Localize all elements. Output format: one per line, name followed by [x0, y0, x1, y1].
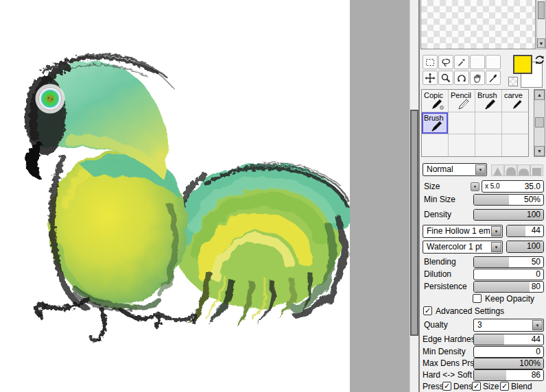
density-label: Density	[424, 209, 451, 221]
min-size-slider[interactable]: 50%	[473, 194, 544, 206]
default-colors-icon[interactable]	[508, 77, 518, 86]
density-slider[interactable]: 100	[473, 209, 544, 221]
empty-tool-slot-2[interactable]	[486, 55, 501, 69]
size-value: 35.0	[482, 182, 541, 192]
edge-shape-select[interactable]: Fine Hollow 1 em ▼	[423, 225, 503, 238]
palette-tab-copic[interactable]: Copic	[422, 90, 448, 112]
brush-slot-empty[interactable]	[422, 134, 448, 156]
texture-slider[interactable]: 100	[506, 241, 544, 253]
advanced-settings-checkbox[interactable]: ✓	[423, 306, 432, 315]
blending-label: Blending	[424, 256, 456, 268]
eyedropper-tool[interactable]	[486, 71, 501, 85]
app-window: ▼	[0, 0, 546, 392]
zoom-tool[interactable]	[438, 71, 453, 85]
size-unit-button[interactable]: ▼	[471, 182, 479, 191]
min-size-label: Min Size	[424, 194, 455, 206]
chevron-down-icon[interactable]: ▼	[532, 320, 543, 330]
copic-marker-icon	[431, 98, 444, 110]
arrow-down-icon: ▼	[537, 149, 542, 154]
navigator-preview[interactable]	[420, 0, 536, 49]
check-icon: ✓	[444, 382, 450, 390]
flat-round-tip-icon[interactable]	[517, 164, 530, 176]
empty-tool-slot-1[interactable]	[470, 55, 485, 69]
quality-select[interactable]: 3 ▼	[473, 319, 544, 332]
brush-palette: Copic Pencil Brush carve Brush	[421, 89, 529, 157]
edge-shape-amount: 44	[506, 225, 541, 236]
foreground-color-swatch[interactable]	[513, 55, 532, 74]
palette-tab-carve[interactable]: carve	[502, 90, 528, 112]
lasso-tool[interactable]	[438, 55, 453, 69]
chevron-down-icon[interactable]: ▼	[475, 164, 486, 175]
edge-shape-value: Fine Hollow 1 em	[427, 226, 490, 236]
brush-slot-empty[interactable]	[449, 134, 475, 156]
brush-item-selected[interactable]: Brush	[422, 112, 448, 134]
chevron-down-icon[interactable]: ▼	[491, 226, 501, 236]
press-dens-label: Dens	[453, 381, 473, 392]
persistence-value: 80	[473, 282, 541, 292]
texture-select[interactable]: Watercolor 1 pt ▼	[423, 241, 503, 254]
canvas-vertical-scrollbar[interactable]	[410, 0, 418, 392]
drawing-canvas[interactable]	[0, 0, 350, 392]
press-blend-checkbox[interactable]: ✓	[500, 382, 509, 391]
edge-hardness-value: 44	[473, 334, 541, 345]
move-tool[interactable]	[423, 71, 438, 85]
advanced-settings-label: Advanced Settings	[436, 306, 504, 317]
check-icon: ✓	[425, 306, 431, 315]
triangle-tip-icon[interactable]	[491, 164, 504, 176]
brush-slot-empty[interactable]	[475, 134, 501, 156]
palette-scrollbar-thumb[interactable]	[535, 117, 544, 127]
check-icon: ✓	[473, 382, 479, 390]
press-blend-label: Blend	[511, 381, 532, 392]
navigator-scrollbar[interactable]: ▼	[536, 0, 546, 49]
quality-value: 3	[477, 320, 482, 330]
size-label: Size	[424, 181, 440, 193]
brush-slot-empty[interactable]	[502, 134, 528, 156]
edge-hardness-slider[interactable]: 44	[473, 334, 544, 345]
palette-tab-brush[interactable]: Brush	[475, 90, 501, 112]
brush-slot-empty[interactable]	[475, 112, 501, 134]
max-dens-prs-slider[interactable]: 100%	[473, 358, 544, 369]
persistence-label: Persistence	[424, 281, 467, 293]
persistence-slider[interactable]: 80	[473, 281, 544, 293]
foreground-color-fill	[514, 56, 531, 73]
min-size-value: 50%	[473, 195, 541, 205]
square-tip-icon[interactable]	[530, 164, 543, 176]
min-density-slider[interactable]: 0	[473, 346, 544, 358]
press-dens-checkbox[interactable]: ✓	[442, 382, 451, 391]
dilution-slider[interactable]: 0	[473, 269, 544, 280]
brush-icon	[431, 120, 444, 132]
blending-slider[interactable]: 50	[473, 256, 544, 268]
rotate-tool[interactable]	[454, 71, 469, 85]
texture-amount: 100	[506, 241, 541, 252]
keep-opacity-checkbox[interactable]: ✓	[473, 294, 482, 303]
press-size-checkbox[interactable]: ✓	[472, 382, 481, 391]
pencil-icon	[458, 98, 471, 110]
carve-pen-icon	[511, 98, 525, 110]
palette-tab-pencil[interactable]: Pencil	[449, 90, 475, 112]
blend-mode-value: Normal	[427, 164, 453, 174]
hard-soft-slider[interactable]: 86	[473, 369, 544, 381]
rect-select-tool[interactable]	[423, 55, 438, 69]
magic-wand-tool[interactable]	[454, 55, 469, 69]
navigator-scroll-down-button[interactable]: ▼	[537, 38, 545, 48]
palette-scroll-down-button[interactable]: ▼	[534, 146, 545, 156]
brush-slot-empty[interactable]	[449, 112, 475, 134]
arrow-up-icon: ▲	[537, 93, 542, 97]
bird-tail	[174, 174, 344, 328]
size-slider[interactable]: x 5.0 35.0	[482, 180, 544, 193]
bird-artwork	[0, 0, 350, 392]
hand-tool[interactable]	[470, 71, 485, 85]
press-size-label: Size	[483, 381, 499, 392]
swap-colors-icon[interactable]	[534, 54, 546, 66]
eyedropper-icon	[488, 73, 499, 84]
chevron-down-icon[interactable]: ▼	[491, 242, 501, 252]
brush-slot-empty[interactable]	[502, 112, 528, 134]
navigator-scrollbar-thumb[interactable]	[538, 1, 545, 19]
round-tip-icon[interactable]	[504, 164, 517, 176]
blend-mode-select[interactable]: Normal ▼	[423, 163, 487, 176]
edge-shape-slider[interactable]: 44	[506, 225, 544, 237]
palette-scroll-up-button[interactable]: ▲	[534, 90, 545, 100]
palette-scrollbar[interactable]: ▲ ▼	[534, 89, 545, 157]
canvas-scrollbar-thumb[interactable]	[410, 110, 418, 336]
min-density-value: 0	[473, 347, 541, 357]
